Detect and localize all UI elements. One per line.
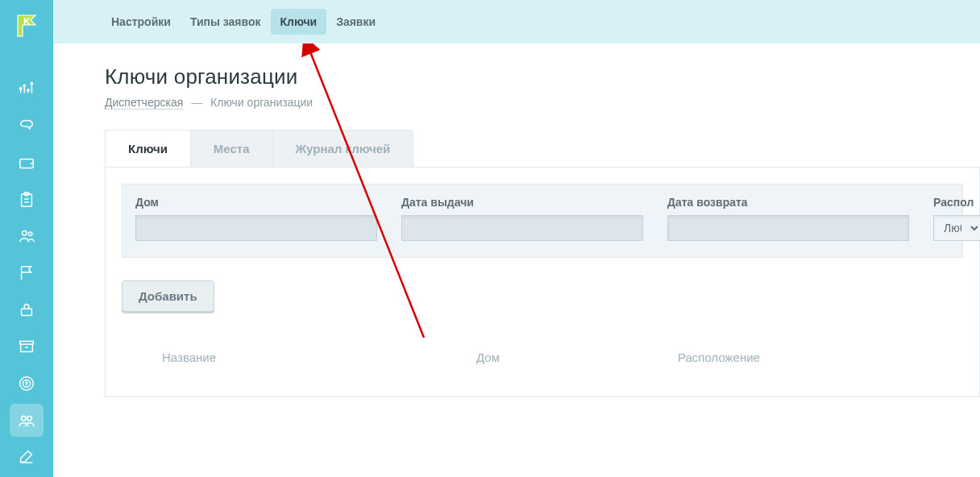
filter-returned-input[interactable] xyxy=(667,215,909,241)
filter-returned-label: Дата возврата xyxy=(667,196,909,209)
topnav-item-settings[interactable]: Настройки xyxy=(102,9,181,35)
filter-house-input[interactable] xyxy=(135,215,377,241)
sidebar-item-service[interactable] xyxy=(10,293,44,327)
sidebar-item-edit[interactable] xyxy=(10,440,44,474)
sidebar-item-team[interactable] xyxy=(10,219,44,253)
svg-point-2 xyxy=(23,85,25,87)
svg-point-13 xyxy=(22,416,26,421)
svg-point-8 xyxy=(23,231,27,236)
breadcrumb-root[interactable]: Диспетчерская xyxy=(105,96,183,110)
sidebar-item-wallet[interactable] xyxy=(10,146,44,180)
panel: Дом Дата выдачи Дата возврата Распол xyxy=(105,167,980,397)
main: Настройки Типы заявок Ключи Заявки Ключи… xyxy=(53,0,980,477)
sidebar-item-users[interactable] xyxy=(10,404,44,438)
sidebar-item-flag[interactable] xyxy=(10,256,44,290)
topnav-item-requests[interactable]: Заявки xyxy=(326,9,385,35)
filter-issued-input[interactable] xyxy=(401,215,643,241)
filter-house-label: Дом xyxy=(135,196,377,209)
col-location: Расположение xyxy=(678,350,963,364)
svg-point-9 xyxy=(28,232,32,236)
svg-point-3 xyxy=(27,89,29,91)
content: Ключи организации Диспетчерская — Ключи … xyxy=(53,44,980,477)
top-nav: Настройки Типы заявок Ключи Заявки xyxy=(53,0,980,44)
sidebar-item-calls[interactable] xyxy=(10,109,44,143)
page-title: Ключи организации xyxy=(105,64,980,89)
breadcrumb-sep: — xyxy=(191,96,202,109)
tab-keys[interactable]: Ключи xyxy=(105,130,191,167)
topnav-item-request-types[interactable]: Типы заявок xyxy=(181,9,271,35)
tabs: Ключи Места Журнал ключей xyxy=(105,130,980,167)
svg-rect-10 xyxy=(22,309,32,315)
sidebar-item-analytics[interactable] xyxy=(10,73,44,106)
table-header: Название Дом Расположение xyxy=(122,350,963,364)
breadcrumb-current: Ключи организации xyxy=(210,96,313,109)
filters: Дом Дата выдачи Дата возврата Распол xyxy=(122,184,963,258)
col-name: Название xyxy=(122,350,476,364)
sidebar-item-billing[interactable] xyxy=(10,367,44,400)
tab-places[interactable]: Места xyxy=(191,130,273,167)
tab-log[interactable]: Журнал ключей xyxy=(273,130,414,167)
filter-issued-label: Дата выдачи xyxy=(401,196,643,209)
sidebar: K xyxy=(0,0,53,477)
app-logo[interactable]: K xyxy=(9,8,44,44)
svg-text:K: K xyxy=(23,16,31,27)
topnav-item-keys[interactable]: Ключи xyxy=(271,9,327,35)
breadcrumb: Диспетчерская — Ключи организации xyxy=(105,96,980,109)
filter-location-select[interactable]: Любое xyxy=(933,215,980,241)
sidebar-item-clipboard[interactable] xyxy=(10,183,44,217)
add-button[interactable]: Добавить xyxy=(122,280,214,312)
sidebar-item-archive[interactable] xyxy=(10,330,44,363)
filter-location-label: Распол xyxy=(933,196,980,209)
col-house: Дом xyxy=(476,350,678,364)
svg-point-14 xyxy=(27,416,31,421)
